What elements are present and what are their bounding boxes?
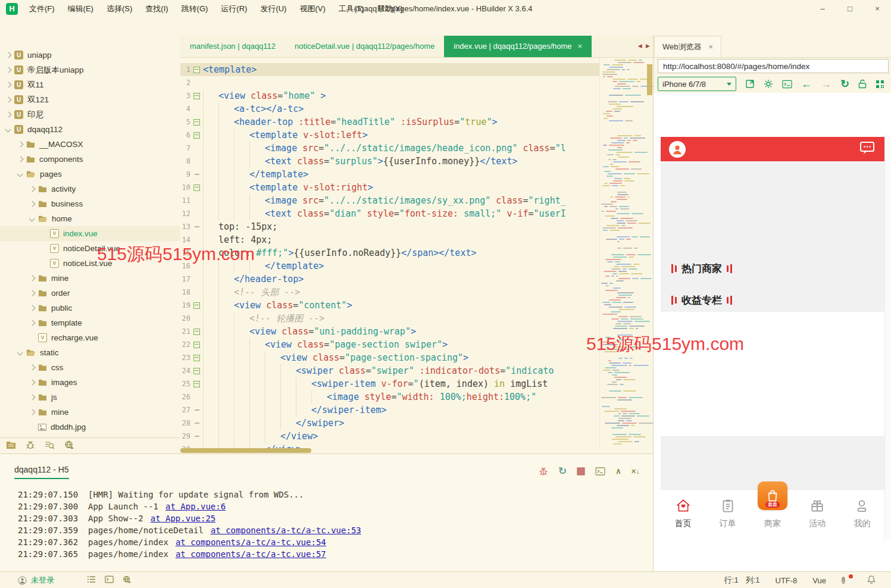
language-mode-indicator[interactable]: Vue	[812, 576, 826, 585]
restart-icon[interactable]: ↻	[558, 466, 567, 476]
web-globe-icon[interactable]	[123, 576, 132, 586]
editor-tab-1[interactable]: noticeDetail.vue | dqaqq112/pages/home	[285, 36, 444, 57]
cursor-column-indicator[interactable]: 列:1	[746, 575, 760, 586]
tab-close-icon[interactable]: ×	[578, 42, 583, 51]
fold-toggle-icon[interactable]	[190, 119, 203, 126]
browser-tab[interactable]: Web浏览器 ×	[654, 36, 721, 57]
expand-chevron-icon[interactable]	[6, 83, 11, 87]
expand-chevron-icon[interactable]	[30, 202, 35, 207]
nav-forward-icon[interactable]: →	[821, 79, 831, 89]
fold-toggle-icon[interactable]	[190, 302, 203, 309]
menu-item-5[interactable]: 运行(R)	[214, 0, 254, 18]
shop-center-icon[interactable]: 鑫鑫	[758, 481, 787, 510]
web-tab-icon[interactable]	[64, 440, 74, 452]
tree-item-index.vue[interactable]: Vindex.vue	[0, 226, 180, 241]
expand-chevron-icon[interactable]	[30, 276, 35, 281]
explorer-tab-icon[interactable]	[6, 441, 16, 452]
refresh-icon[interactable]: ↻	[840, 79, 849, 89]
tree-item-activity[interactable]: activity	[0, 182, 180, 196]
message-icon[interactable]	[859, 141, 875, 158]
fold-toggle-icon[interactable]	[190, 93, 203, 99]
log-source-link[interactable]: at components/a-tc/a-tc.vue:54	[176, 537, 326, 547]
horizontal-scrollbar-thumb[interactable]	[180, 448, 311, 453]
close-button[interactable]: ×	[864, 0, 891, 18]
tab-bar-item-我的[interactable]: 我的	[840, 490, 884, 534]
minimap[interactable]	[599, 58, 653, 448]
menu-item-7[interactable]: 视图(V)	[293, 0, 332, 18]
qr-code-icon[interactable]	[876, 80, 884, 89]
fold-toggle-icon[interactable]	[190, 329, 203, 335]
nav-back-icon[interactable]: ←	[801, 79, 812, 89]
log-source-link[interactable]: at App.vue:25	[151, 514, 216, 523]
expand-chevron-icon[interactable]	[30, 365, 35, 370]
fold-toggle-icon[interactable]	[190, 184, 203, 191]
minimize-button[interactable]: –	[809, 0, 836, 18]
avatar[interactable]	[669, 141, 686, 158]
log-source-link[interactable]: at App.vue:6	[165, 502, 226, 511]
browser-tab-close-icon[interactable]: ×	[709, 42, 714, 51]
menu-item-4[interactable]: 跳转(G)	[175, 0, 215, 18]
open-external-icon[interactable]	[745, 79, 755, 89]
tree-item-css[interactable]: css	[0, 360, 180, 375]
tree-item-dbddh.jpg[interactable]: dbddh.jpg	[0, 420, 180, 434]
cursor-line-indicator[interactable]: 行:1	[724, 575, 739, 586]
expand-chevron-icon[interactable]	[30, 187, 35, 192]
expand-chevron-icon[interactable]	[30, 291, 35, 296]
tree-item-home[interactable]: home	[0, 211, 180, 226]
expand-chevron-icon[interactable]	[30, 380, 35, 385]
fold-toggle-icon[interactable]	[190, 368, 203, 374]
tree-item-帝启版本uniapp[interactable]: U帝启版本uniapp	[0, 62, 180, 77]
fold-toggle-icon[interactable]	[190, 381, 203, 387]
menu-item-2[interactable]: 选择(S)	[100, 0, 139, 18]
expand-chevron-icon[interactable]	[30, 321, 35, 326]
tab-bar-item-首页[interactable]: 首页	[661, 490, 705, 534]
expand-chevron-icon[interactable]	[18, 142, 23, 147]
new-terminal-icon[interactable]	[595, 467, 605, 476]
editor-tab-0[interactable]: manifest.json | dqaqq112	[180, 36, 285, 57]
preview-scrollbar[interactable]	[884, 135, 891, 539]
stop-icon[interactable]	[577, 467, 585, 476]
fold-toggle-icon[interactable]	[190, 355, 203, 361]
log-source-link[interactable]: at components/a-tc/a-tc.vue:53	[211, 526, 361, 535]
tree-item-js[interactable]: js	[0, 390, 180, 405]
debug-tab-icon[interactable]	[26, 440, 35, 452]
menu-item-3[interactable]: 查找(I)	[139, 0, 174, 18]
fold-toggle-icon[interactable]	[190, 132, 203, 139]
expand-chevron-icon[interactable]	[6, 68, 11, 73]
tree-item-pages[interactable]: pages	[0, 167, 180, 182]
expand-chevron-icon[interactable]	[30, 306, 35, 311]
editor-scrollbar-thumb[interactable]	[647, 64, 652, 95]
tree-item-双121[interactable]: U双121	[0, 92, 180, 107]
expand-chevron-icon[interactable]	[18, 172, 23, 177]
tab-bar-item-活动[interactable]: 活动	[795, 490, 840, 534]
tree-item-order[interactable]: order	[0, 286, 180, 301]
tree-item-static[interactable]: static	[0, 345, 180, 360]
device-selector[interactable]: iPhone 6/7/8	[658, 77, 736, 91]
clear-log-icon[interactable]: ×↓	[631, 467, 640, 475]
tree-item-public[interactable]: public	[0, 301, 180, 315]
expand-chevron-icon[interactable]	[6, 127, 11, 132]
expand-chevron-icon[interactable]	[30, 217, 35, 221]
menu-item-1[interactable]: 编辑(E)	[61, 0, 100, 18]
terminal-icon[interactable]	[105, 576, 114, 585]
maximize-button[interactable]: □	[836, 0, 864, 18]
tree-item-uniapp[interactable]: Uuniapp	[0, 48, 180, 62]
tree-item-mine[interactable]: mine	[0, 405, 180, 420]
log-source-link[interactable]: at components/a-tc/a-tc.vue:57	[176, 549, 326, 559]
url-input[interactable]	[658, 59, 889, 73]
unlock-icon[interactable]	[858, 79, 867, 89]
tree-item-template[interactable]: template	[0, 315, 180, 330]
fold-toggle-icon[interactable]	[190, 67, 203, 73]
expand-chevron-icon[interactable]	[6, 112, 11, 117]
login-status[interactable]: 未登录	[18, 575, 54, 586]
tree-item-双11[interactable]: U双11	[0, 77, 180, 92]
expand-chevron-icon[interactable]	[30, 395, 35, 400]
tab-scroll-arrows[interactable]: ◀ ▶	[638, 43, 651, 49]
code-area[interactable]: 1<template>23<view class="home" >4<a-tc>…	[180, 58, 653, 453]
expand-chevron-icon[interactable]	[6, 53, 11, 58]
collapse-panel-icon[interactable]: ∧	[615, 467, 621, 475]
tree-item-noticeDetail.vue[interactable]: VnoticeDetail.vue	[0, 241, 180, 256]
task-list-icon[interactable]	[87, 576, 96, 585]
fold-toggle-icon[interactable]	[190, 342, 203, 348]
expand-chevron-icon[interactable]	[18, 351, 23, 355]
